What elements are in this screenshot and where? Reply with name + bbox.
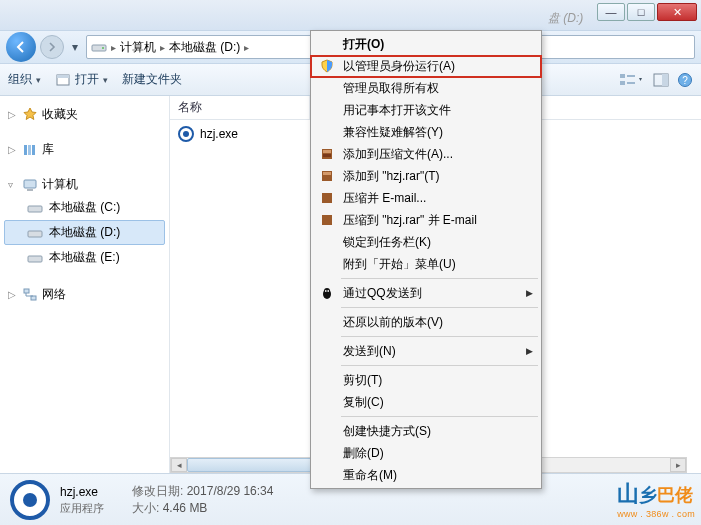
ctx-pin-start[interactable]: 附到「开始」菜单(U)	[313, 253, 539, 275]
separator	[341, 307, 538, 308]
titlebar: — □ ✕	[0, 0, 701, 30]
detail-modified-label: 修改日期:	[132, 484, 183, 498]
separator	[341, 336, 538, 337]
svg-rect-14	[32, 145, 35, 155]
winrar-icon	[317, 210, 337, 230]
context-menu: 打开(O) 以管理员身份运行(A) 管理员取得所有权 用记事本打开该文件 兼容性…	[310, 30, 542, 489]
separator	[341, 416, 538, 417]
svg-rect-28	[322, 215, 332, 225]
chevron-right-icon: ▷	[8, 144, 18, 155]
scroll-right-icon[interactable]: ▸	[670, 458, 686, 472]
svg-rect-17	[28, 206, 42, 212]
svg-rect-19	[28, 256, 42, 262]
exe-icon	[178, 126, 194, 142]
ctx-open-notepad[interactable]: 用记事本打开该文件	[313, 99, 539, 121]
svg-rect-21	[31, 296, 36, 300]
history-dropdown[interactable]: ▾	[68, 38, 82, 56]
ctx-add-rar[interactable]: 添加到 "hzj.rar"(T)	[313, 165, 539, 187]
drive-icon	[27, 200, 43, 216]
open-icon	[55, 72, 71, 88]
ctx-admin-ownership[interactable]: 管理员取得所有权	[313, 77, 539, 99]
back-button[interactable]	[6, 32, 36, 62]
drive-icon	[91, 39, 107, 55]
view-toggle-icon[interactable]	[619, 72, 645, 88]
maximize-button[interactable]: □	[627, 3, 655, 21]
ctx-compat-troubleshoot[interactable]: 兼容性疑难解答(Y)	[313, 121, 539, 143]
ctx-pin-taskbar[interactable]: 锁定到任务栏(K)	[313, 231, 539, 253]
qq-icon	[317, 283, 337, 303]
svg-rect-18	[28, 231, 42, 237]
ctx-add-archive[interactable]: 添加到压缩文件(A)...	[313, 143, 539, 165]
minimize-button[interactable]: —	[597, 3, 625, 21]
breadcrumb-drive[interactable]: 本地磁盘 (D:)	[169, 39, 240, 56]
ctx-send-to[interactable]: 发送到(N)	[313, 340, 539, 362]
svg-rect-27	[322, 193, 332, 203]
winrar-icon	[317, 188, 337, 208]
column-name[interactable]: 名称	[170, 96, 310, 119]
svg-rect-20	[24, 289, 29, 293]
organize-button[interactable]: 组织▾	[8, 71, 41, 88]
ctx-delete[interactable]: 删除(D)	[313, 442, 539, 464]
drive-icon	[27, 250, 43, 266]
detail-filetype: 应用程序	[60, 500, 104, 516]
chevron-right-icon: ▸	[160, 42, 165, 53]
detail-size-value: 4.46 MB	[163, 501, 208, 515]
search-placeholder-ghost: 盘 (D:)	[548, 10, 583, 27]
svg-point-1	[102, 47, 104, 49]
chevron-down-icon: ▿	[8, 179, 18, 190]
sidebar-libraries[interactable]: ▷ 库	[4, 139, 165, 160]
sidebar: ▷ 收藏夹 ▷ 库 ▿ 计算机	[0, 96, 170, 473]
shield-icon	[317, 56, 337, 76]
ctx-open[interactable]: 打开(O)	[313, 33, 539, 55]
ctx-zip-email[interactable]: 压缩并 E-mail...	[313, 187, 539, 209]
sidebar-drive-e[interactable]: 本地磁盘 (E:)	[4, 245, 165, 270]
sidebar-drive-c[interactable]: 本地磁盘 (C:)	[4, 195, 165, 220]
svg-rect-15	[24, 180, 36, 188]
ctx-cut[interactable]: 剪切(T)	[313, 369, 539, 391]
help-icon[interactable]: ?	[677, 72, 693, 88]
chevron-right-icon: ▸	[111, 42, 116, 53]
svg-point-30	[324, 288, 330, 294]
chevron-right-icon: ▷	[8, 109, 18, 120]
close-button[interactable]: ✕	[657, 3, 697, 21]
sidebar-drive-d[interactable]: 本地磁盘 (D:)	[4, 220, 165, 245]
ctx-zip-rar-email[interactable]: 压缩到 "hzj.rar" 并 E-mail	[313, 209, 539, 231]
file-name: hzj.exe	[200, 127, 238, 141]
svg-text:?: ?	[682, 75, 688, 86]
svg-point-31	[325, 290, 327, 292]
scroll-left-icon[interactable]: ◂	[171, 458, 187, 472]
ctx-qq-send[interactable]: 通过QQ发送到	[313, 282, 539, 304]
detail-modified-value: 2017/8/29 16:34	[187, 484, 274, 498]
ctx-restore-versions[interactable]: 还原以前的版本(V)	[313, 311, 539, 333]
svg-rect-16	[27, 189, 33, 191]
preview-pane-icon[interactable]	[653, 72, 669, 88]
sidebar-computer[interactable]: ▿ 计算机	[4, 174, 165, 195]
svg-rect-12	[24, 145, 27, 155]
drive-icon	[27, 225, 43, 241]
svg-rect-24	[323, 154, 331, 157]
svg-rect-5	[620, 81, 625, 85]
sidebar-network[interactable]: ▷ 网络	[4, 284, 165, 305]
detail-filename: hzj.exe	[60, 484, 104, 500]
ctx-rename[interactable]: 重命名(M)	[313, 464, 539, 486]
exe-icon	[10, 480, 50, 520]
winrar-icon	[317, 166, 337, 186]
breadcrumb-computer[interactable]: 计算机	[120, 39, 156, 56]
star-icon	[22, 107, 38, 123]
svg-rect-6	[627, 75, 635, 77]
open-button[interactable]: 打开▾	[55, 71, 108, 88]
ctx-create-shortcut[interactable]: 创建快捷方式(S)	[313, 420, 539, 442]
separator	[341, 365, 538, 366]
svg-point-32	[327, 290, 329, 292]
network-icon	[22, 287, 38, 303]
new-folder-button[interactable]: 新建文件夹	[122, 71, 182, 88]
svg-rect-9	[662, 74, 668, 86]
ctx-copy[interactable]: 复制(C)	[313, 391, 539, 413]
forward-button[interactable]	[40, 35, 64, 59]
svg-rect-3	[57, 75, 69, 78]
svg-rect-13	[28, 145, 31, 155]
svg-rect-23	[323, 150, 331, 153]
sidebar-favorites[interactable]: ▷ 收藏夹	[4, 104, 165, 125]
detail-size-label: 大小:	[132, 501, 159, 515]
ctx-run-as-admin[interactable]: 以管理员身份运行(A)	[313, 55, 539, 77]
